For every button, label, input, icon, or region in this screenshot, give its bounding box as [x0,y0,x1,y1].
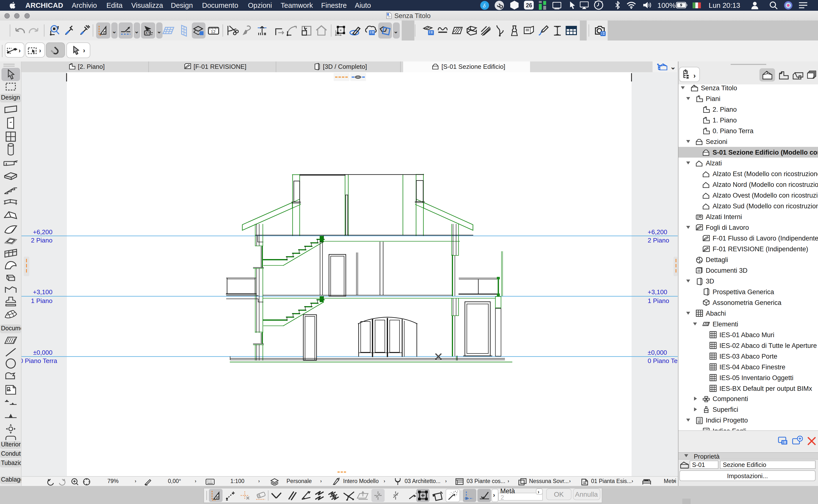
svg-text:δ: δ [483,2,486,9]
svg-text:12: 12 [211,30,215,34]
svg-text:26: 26 [526,2,532,9]
svg-text:XY: XY [145,31,151,35]
